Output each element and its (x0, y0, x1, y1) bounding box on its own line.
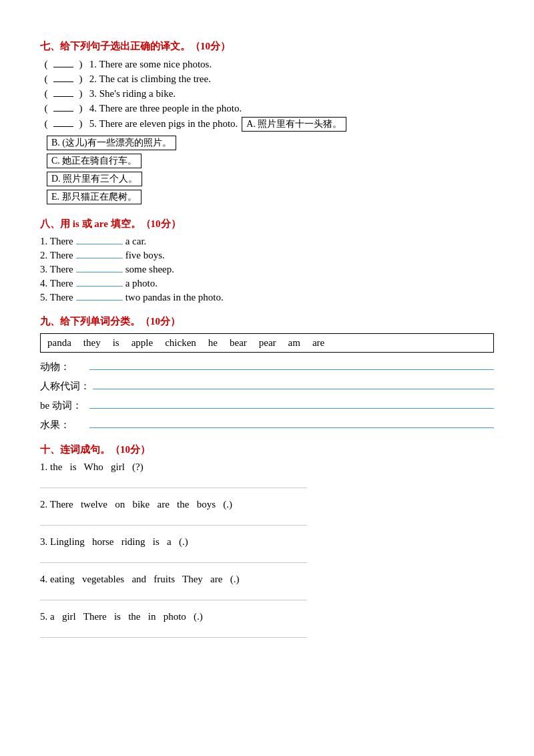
word: chicken (165, 337, 196, 349)
list-item: ( ) 2. The cat is climbing the tree. (40, 73, 494, 85)
blank-box[interactable] (53, 102, 73, 112)
item-text: 5. There are eleven pigs in the photo. (87, 118, 238, 130)
sentence-num: 1. the is Who girl (?) (40, 461, 144, 473)
sentence-3: 3. Lingling horse riding is a (.) (40, 536, 494, 548)
section-eight-title: 八、用 is 或 are 填空。（10分） (40, 218, 494, 230)
sentence-2: 2. There twelve on bike are the boys (.) (40, 499, 494, 510)
sentence-1: 1. the is Who girl (?) (40, 461, 494, 473)
sentence-num: 2. There twelve on bike are the boys (.) (40, 499, 232, 510)
answer-d-box: D. 照片里有三个人。 (47, 172, 142, 186)
answer-line-1[interactable] (40, 488, 307, 488)
classify-label: 水果： (40, 419, 87, 431)
answer-d-row: D. 照片里有三个人。 (47, 172, 494, 188)
section-nine-title: 九、给下列单词分类。（10分） (40, 315, 494, 328)
list-item: ( ) 5. There are eleven pigs in the phot… (40, 117, 494, 133)
classify-answer-blank[interactable] (89, 358, 494, 370)
classify-answer-blank[interactable] (93, 377, 494, 389)
fill-blank[interactable] (76, 272, 123, 272)
paren-open: ( (40, 103, 52, 114)
answer-line-2[interactable] (40, 525, 307, 526)
sentence-4: 4. eating vegetables and fruits They are… (40, 574, 494, 585)
answer-a-box: A. 照片里有十一头猪。 (242, 117, 346, 132)
word: is (113, 337, 119, 349)
paren-close: ) (75, 59, 87, 70)
sentence-num: 3. Lingling horse riding is a (.) (40, 536, 188, 548)
word: panda (47, 337, 71, 349)
list-item: 1. There a car. (40, 236, 494, 247)
item-suffix: five boys. (125, 250, 165, 261)
list-item: 3. There some sheep. (40, 264, 494, 275)
item-num: 2. There (40, 250, 73, 261)
classify-answer-blank[interactable] (89, 397, 494, 409)
list-item: ( ) 1. There are some nice photos. (40, 58, 494, 70)
classify-label: 人称代词： (40, 380, 90, 393)
word: they (83, 337, 101, 349)
sentence-5: 5. a girl There is the in photo (.) (40, 611, 494, 622)
item-num: 5. There (40, 292, 73, 303)
item-num: 4. There (40, 278, 73, 289)
item-num: 1. There (40, 236, 73, 247)
section-seven-title: 七、给下列句子选出正确的译文。（10分） (40, 40, 494, 53)
list-item: 4. There a photo. (40, 278, 494, 289)
item-suffix: two pandas in the photo. (125, 292, 224, 303)
answer-c-row: C. 她正在骑自行车。 (47, 154, 494, 170)
item-suffix: a photo. (125, 278, 158, 289)
answer-line-4[interactable] (40, 600, 307, 600)
answer-e-box: E. 那只猫正在爬树。 (47, 190, 142, 204)
list-item: ( ) 4. There are three people in the pho… (40, 102, 494, 114)
fill-blank[interactable] (76, 286, 123, 287)
paren-close: ) (75, 88, 87, 100)
section-ten: 十、连词成句。（10分） 1. the is Who girl (?) 2. T… (40, 443, 494, 638)
answer-b-box: B. (这儿)有一些漂亮的照片。 (47, 136, 176, 150)
list-item: 5. There two pandas in the photo. (40, 292, 494, 303)
paren-close: ) (75, 103, 87, 114)
word-bank: panda they is apple chicken he bear pear… (40, 333, 494, 353)
blank-box[interactable] (53, 58, 73, 67)
list-item: 2. There five boys. (40, 250, 494, 261)
word: he (208, 337, 218, 349)
classify-fruit: 水果： (40, 416, 494, 431)
blank-box[interactable] (53, 118, 73, 127)
blank-box[interactable] (53, 87, 73, 97)
classify-animal: 动物： (40, 358, 494, 373)
answer-b-row: B. (这儿)有一些漂亮的照片。 (47, 136, 494, 152)
answer-e-row: E. 那只猫正在爬树。 (47, 190, 494, 206)
answer-c-box: C. 她正在骑自行车。 (47, 154, 142, 168)
fill-blank[interactable] (76, 244, 123, 244)
classify-label: 动物： (40, 361, 87, 373)
item-suffix: some sheep. (125, 264, 174, 275)
word: apple (131, 337, 153, 349)
item-num: 3. There (40, 264, 73, 275)
section-eight: 八、用 is 或 are 填空。（10分） 1. There a car. 2.… (40, 218, 494, 303)
item-text: 1. There are some nice photos. (87, 59, 212, 70)
classify-pronoun: 人称代词： (40, 377, 494, 393)
word: pear (259, 337, 276, 349)
paren-open: ( (40, 118, 52, 130)
fill-blank[interactable] (76, 258, 123, 258)
paren-open: ( (40, 73, 52, 85)
item-suffix: a car. (125, 236, 147, 247)
sentence-num: 4. eating vegetables and fruits They are… (40, 574, 239, 585)
fill-blank[interactable] (76, 300, 123, 301)
classify-be: be 动词： (40, 397, 494, 412)
classify-label: be 动词： (40, 399, 87, 412)
item-text: 2. The cat is climbing the tree. (87, 73, 211, 85)
classify-answer-blank[interactable] (89, 416, 494, 428)
word: are (312, 337, 324, 349)
list-item: ( ) 3. She's riding a bike. (40, 87, 494, 100)
sentence-group: 1. the is Who girl (?) 2. There twelve o… (40, 461, 494, 638)
answer-options: B. (这儿)有一些漂亮的照片。 C. 她正在骑自行车。 D. 照片里有三个人。… (47, 136, 494, 206)
item-text: 4. There are three people in the photo. (87, 103, 242, 114)
paren-close: ) (75, 118, 87, 130)
word: am (288, 337, 300, 349)
paren-open: ( (40, 59, 52, 70)
blank-box[interactable] (53, 73, 73, 82)
item-text: 3. She's riding a bike. (87, 88, 176, 100)
word: bear (230, 337, 247, 349)
answer-line-3[interactable] (40, 562, 307, 563)
paren-close: ) (75, 73, 87, 85)
paren-open: ( (40, 88, 52, 100)
sentence-num: 5. a girl There is the in photo (.) (40, 611, 203, 622)
section-seven: 七、给下列句子选出正确的译文。（10分） ( ) 1. There are so… (40, 40, 494, 206)
answer-line-5[interactable] (40, 637, 307, 638)
